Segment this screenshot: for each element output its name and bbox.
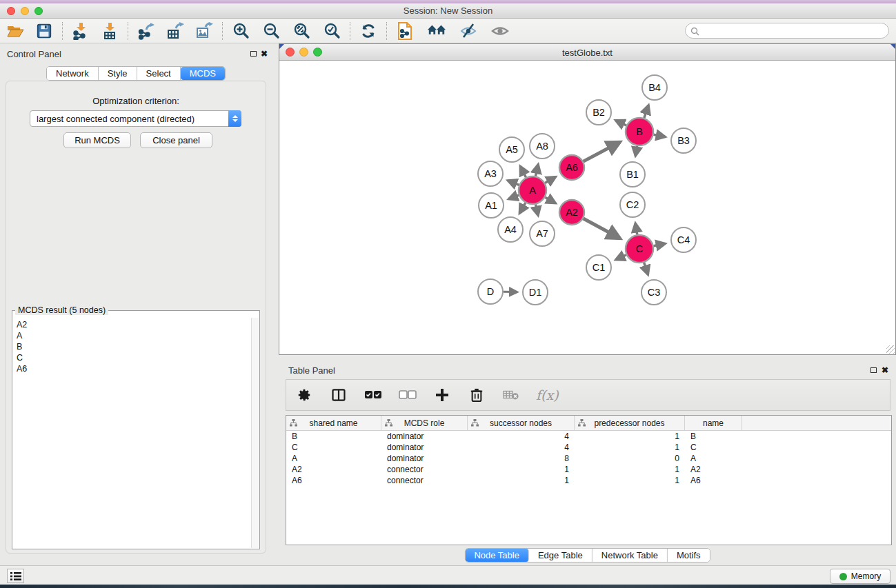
graph-edge-B-B1[interactable] bbox=[635, 146, 637, 156]
result-list-item[interactable]: A bbox=[17, 330, 250, 341]
column-header-MCDS-role[interactable]: MCDS role bbox=[381, 416, 468, 430]
graph-edge-C-C2[interactable] bbox=[635, 223, 637, 235]
graph-node-D[interactable]: D bbox=[478, 279, 503, 304]
open-session-icon[interactable] bbox=[6, 21, 25, 41]
table-row[interactable]: A2connector11A2 bbox=[286, 464, 891, 475]
graph-edge-A-A4[interactable] bbox=[519, 203, 526, 213]
memory-button[interactable]: Memory bbox=[830, 569, 890, 584]
graph-edge-A-A1[interactable] bbox=[508, 195, 519, 199]
deselect-all-icon[interactable] bbox=[398, 385, 417, 405]
graph-node-C4[interactable]: C4 bbox=[671, 227, 696, 252]
tab-node-table[interactable]: Node Table bbox=[465, 549, 529, 562]
graph-edge-C-C1[interactable] bbox=[616, 255, 626, 260]
graph-node-A8[interactable]: A8 bbox=[530, 134, 555, 159]
graph-node-B3[interactable]: B3 bbox=[671, 128, 696, 153]
graph-edge-A-A6[interactable] bbox=[545, 177, 555, 183]
network-file-icon[interactable] bbox=[395, 21, 415, 41]
refresh-icon[interactable] bbox=[359, 21, 378, 41]
close-panel-button[interactable]: Close panel bbox=[140, 132, 212, 148]
close-panel-icon[interactable]: ✖ bbox=[259, 49, 269, 58]
delete-table-icon[interactable] bbox=[501, 385, 521, 405]
float-table-panel-icon[interactable] bbox=[868, 365, 878, 374]
result-list-item[interactable]: B bbox=[17, 341, 250, 352]
tab-mcds[interactable]: MCDS bbox=[181, 67, 225, 80]
graph-edge-B-B2[interactable] bbox=[615, 121, 626, 125]
result-list-item[interactable]: A2 bbox=[17, 319, 250, 330]
graph-node-A[interactable]: A bbox=[519, 176, 546, 204]
graph-edge-B-B3[interactable] bbox=[654, 134, 666, 136]
table-row[interactable]: Bdominator41B bbox=[286, 431, 891, 442]
network-canvas[interactable]: AA1A2A3A4A5A6A7A8BB1B2B3B4CC1C2C3C4DD1 bbox=[279, 61, 895, 354]
home-icon[interactable] bbox=[427, 21, 446, 41]
graph-edge-A6-B[interactable] bbox=[584, 142, 620, 161]
optimization-criterion-select[interactable]: largest connected component (directed) bbox=[30, 110, 241, 127]
tab-motifs[interactable]: Motifs bbox=[668, 549, 710, 562]
zoom-out-icon[interactable] bbox=[261, 21, 281, 41]
graph-node-C[interactable]: C bbox=[626, 235, 653, 263]
column-header-predecessor-nodes[interactable]: predecessor nodes bbox=[575, 416, 685, 430]
graph-edge-A-A8[interactable] bbox=[535, 164, 538, 176]
style-preview-icon[interactable] bbox=[459, 21, 478, 41]
graph-node-C1[interactable]: C1 bbox=[586, 255, 611, 280]
column-header-name[interactable]: name bbox=[685, 416, 742, 430]
float-panel-icon[interactable] bbox=[248, 49, 258, 58]
export-network-icon[interactable] bbox=[137, 21, 156, 41]
graph-edge-C-C4[interactable] bbox=[654, 243, 666, 245]
delete-column-icon[interactable] bbox=[467, 385, 486, 405]
search-input[interactable] bbox=[685, 23, 889, 39]
tab-network[interactable]: Network bbox=[47, 67, 99, 80]
graph-edge-B-B4[interactable] bbox=[644, 105, 648, 119]
graph-node-A2[interactable]: A2 bbox=[559, 200, 584, 225]
graph-node-B[interactable]: B bbox=[626, 118, 653, 145]
tab-edge-table[interactable]: Edge Table bbox=[529, 549, 593, 562]
graph-node-A7[interactable]: A7 bbox=[530, 221, 555, 246]
export-table-icon[interactable] bbox=[166, 21, 185, 41]
graph-edge-C-C3[interactable] bbox=[644, 263, 648, 274]
table-row[interactable]: Cdominator41C bbox=[286, 442, 891, 453]
graph-node-A4[interactable]: A4 bbox=[498, 217, 523, 242]
tab-style[interactable]: Style bbox=[99, 67, 137, 80]
import-table-icon[interactable] bbox=[100, 21, 119, 41]
tab-select[interactable]: Select bbox=[137, 67, 181, 80]
column-header-successor-nodes[interactable]: successor nodes bbox=[468, 416, 575, 430]
graph-node-C2[interactable]: C2 bbox=[620, 192, 645, 217]
run-mcds-button[interactable]: Run MCDS bbox=[63, 132, 131, 148]
graph-node-A1[interactable]: A1 bbox=[479, 193, 504, 218]
zoom-fit-icon[interactable] bbox=[292, 21, 311, 41]
zoom-in-icon[interactable] bbox=[231, 21, 250, 41]
graph-node-B2[interactable]: B2 bbox=[586, 100, 611, 125]
tab-network-table[interactable]: Network Table bbox=[593, 549, 668, 562]
close-table-panel-icon[interactable]: ✖ bbox=[880, 365, 890, 374]
export-image-icon[interactable] bbox=[195, 21, 214, 41]
add-column-icon[interactable] bbox=[432, 385, 452, 405]
function-builder-icon[interactable]: f(x) bbox=[536, 387, 559, 403]
graph-node-A3[interactable]: A3 bbox=[478, 161, 503, 186]
graph-node-A5[interactable]: A5 bbox=[499, 137, 524, 162]
table-settings-icon[interactable] bbox=[295, 385, 314, 405]
graph-node-C3[interactable]: C3 bbox=[641, 280, 666, 305]
result-scrollbar[interactable] bbox=[251, 318, 259, 548]
graph-edge-A-A7[interactable] bbox=[536, 204, 539, 215]
result-list-item[interactable]: A6 bbox=[17, 363, 250, 374]
graph-edge-A-A2[interactable] bbox=[545, 197, 555, 203]
graph-edge-A-A3[interactable] bbox=[508, 181, 519, 185]
graph-node-D1[interactable]: D1 bbox=[523, 280, 548, 305]
resize-grip-icon[interactable] bbox=[886, 345, 895, 354]
eye-icon[interactable] bbox=[490, 21, 510, 41]
table-row[interactable]: A6connector11A6 bbox=[286, 475, 891, 486]
graph-node-B1[interactable]: B1 bbox=[620, 162, 645, 187]
graph-edge-A2-C[interactable] bbox=[584, 219, 620, 239]
network-window-titlebar[interactable]: testGlobe.txt bbox=[279, 44, 895, 61]
import-network-icon[interactable] bbox=[71, 21, 90, 41]
graph-node-A6[interactable]: A6 bbox=[559, 155, 584, 180]
result-list-item[interactable]: C bbox=[17, 352, 250, 363]
graph-node-B4[interactable]: B4 bbox=[642, 75, 667, 100]
zoom-selected-icon[interactable] bbox=[322, 21, 341, 41]
graph-edge-A-A5[interactable] bbox=[520, 166, 526, 177]
save-session-icon[interactable] bbox=[34, 21, 54, 41]
select-all-icon[interactable] bbox=[364, 385, 383, 405]
column-header-shared-name[interactable]: shared name bbox=[286, 416, 381, 430]
split-panel-icon[interactable] bbox=[329, 385, 348, 405]
table-row[interactable]: Adominator80A bbox=[286, 453, 891, 464]
list-icon[interactable] bbox=[7, 569, 24, 583]
